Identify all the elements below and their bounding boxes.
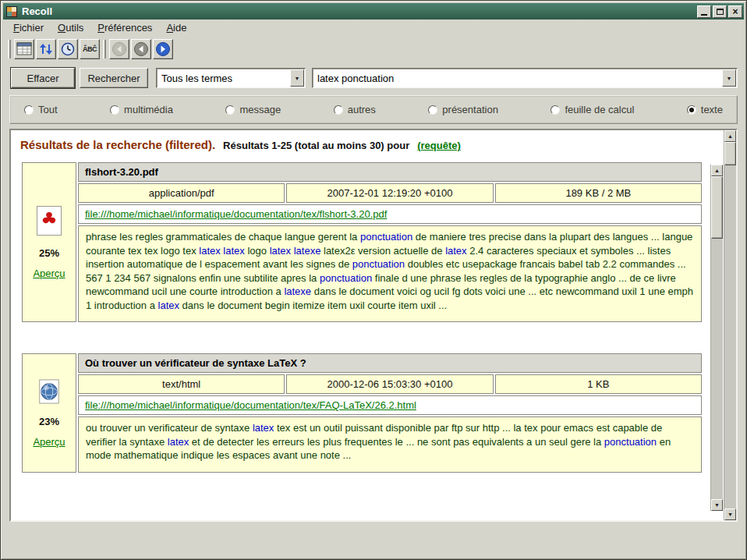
results-heading: Résultats de la recherche (filtered). [20, 138, 215, 151]
menu-item-preferences[interactable]: Préférences [90, 19, 159, 37]
result-abstract: ou trouver un verificateur de syntaxe la… [78, 416, 702, 473]
outer-scrollbar[interactable]: ▲ ▼ [724, 130, 736, 520]
preview-link[interactable]: Aperçu [33, 268, 65, 279]
inner-scrollbar[interactable]: ▲ ▼ [710, 165, 723, 511]
abstract-text: latex2ε version actuelle de [320, 245, 445, 257]
results-frame: Résultats de la recherche (filtered). Ré… [9, 129, 738, 522]
abstract-highlight-term: ponctuation [320, 272, 372, 284]
chevron-down-icon[interactable]: ▼ [290, 69, 304, 87]
filter-radio-feuille-de-calcul[interactable]: feuille de calcul [551, 104, 634, 115]
result-item: 25% Aperçu flshort-3.20.pdf application/… [22, 162, 702, 322]
result-size: 1 KB [495, 374, 702, 394]
scroll-up-icon: ▲ [714, 168, 720, 173]
filter-radio-tout[interactable]: Tout [24, 104, 58, 115]
menu-item-fichier[interactable]: Fichier [6, 19, 51, 37]
result-info-row: text/html 2000-12-06 15:03:30 +0100 1 KB [78, 374, 702, 394]
prev-page-button[interactable] [131, 39, 151, 59]
filter-label: Tout [38, 104, 58, 115]
radio-icon [428, 105, 437, 115]
result-date: 2000-12-06 15:03:30 +0100 [286, 374, 493, 394]
scroll-up-button[interactable]: ▲ [724, 130, 736, 142]
abstract-highlight-term: latex [253, 422, 274, 434]
maximize-button[interactable] [713, 5, 727, 18]
filter-label: autres [348, 104, 376, 115]
result-url-row: file:///home/michael/informatique/docume… [78, 204, 702, 224]
result-side-panel: 23% Aperçu [22, 353, 76, 473]
search-mode-select[interactable]: Tous les termes ▼ [156, 68, 306, 88]
query-details-button[interactable] [14, 39, 34, 59]
result-url-link[interactable]: file:///home/michael/informatique/docume… [85, 208, 387, 220]
abstract-highlight-term: latex [158, 299, 179, 311]
query-details-link[interactable]: (requête) [417, 140, 461, 151]
query-combo: ▼ [312, 68, 738, 88]
abstract-text: logo [245, 245, 270, 257]
pdf-file-icon [36, 205, 62, 236]
results-list: 25% Aperçu flshort-3.20.pdf application/… [19, 162, 705, 473]
file-type-icon [36, 205, 62, 239]
radio-icon [334, 105, 343, 115]
clear-button[interactable]: Effacer [11, 68, 75, 88]
recoll-logo-icon [6, 6, 17, 17]
results-stats: Résultats 1-25 (total au moins 30) pour [223, 140, 409, 151]
radio-icon [551, 105, 560, 115]
search-button[interactable]: Rechercher [80, 68, 148, 88]
history-button[interactable] [58, 39, 78, 59]
relevance-percent: 25% [39, 247, 59, 259]
search-bar: Effacer Rechercher Tous les termes ▼ ▼ [9, 68, 738, 88]
menu-item-outils[interactable]: Outils [51, 19, 90, 37]
search-input[interactable] [313, 73, 737, 84]
filter-radio-message[interactable]: message [225, 104, 281, 115]
close-icon: × [732, 7, 738, 16]
result-abstract: phrase les regles grammaticales de chaqu… [78, 225, 702, 322]
window-title: Recoll [22, 5, 696, 17]
results-body: Résultats de la recherche (filtered). Ré… [11, 130, 706, 520]
toolbar-handle[interactable] [103, 40, 106, 58]
abstract-text: phrase les regles grammaticales de chaqu… [86, 231, 360, 243]
filter-radio-texte[interactable]: texte [687, 104, 723, 115]
abstract-highlight-term: latex latex [199, 245, 245, 257]
filter-radio-multimedia[interactable]: multimédia [110, 104, 173, 115]
scroll-up-button[interactable]: ▲ [711, 165, 723, 176]
scroll-down-button[interactable]: ▼ [724, 509, 736, 520]
radio-icon [24, 105, 34, 115]
filter-radio-presentation[interactable]: présentation [428, 104, 498, 115]
status-bar [3, 522, 744, 557]
minimize-button[interactable] [697, 5, 711, 18]
preview-link[interactable]: Aperçu [33, 436, 65, 448]
scroll-down-button[interactable]: ▼ [711, 499, 723, 511]
result-side-panel: 25% Aperçu [22, 162, 76, 322]
forward-arrow-icon [155, 41, 171, 57]
abstract-text: et de detecter les erreurs les plus freq… [189, 436, 604, 448]
toolbar-handle[interactable] [8, 40, 11, 58]
scroll-down-icon: ▼ [714, 502, 720, 508]
abstract-highlight-term: ponctuation [352, 258, 405, 270]
abstract-highlight-term: latex [168, 436, 189, 448]
minimize-icon [701, 14, 707, 16]
filter-label: présentation [442, 104, 498, 115]
next-page-button[interactable] [153, 39, 173, 59]
abstract-highlight-term: ponctuation [360, 231, 412, 243]
result-date: 2007-12-01 12:19:20 +0100 [286, 183, 493, 203]
table-icon [16, 42, 32, 56]
first-page-button[interactable] [109, 39, 129, 59]
filter-radio-autres[interactable]: autres [334, 104, 376, 115]
maximize-icon [717, 9, 724, 15]
result-title: flshort-3.20.pdf [78, 162, 702, 182]
radio-icon [110, 105, 119, 115]
menu-item-aide[interactable]: Aide [159, 19, 193, 37]
filter-bar: Toutmultimédiamessageautresprésentationf… [9, 95, 738, 124]
title-bar[interactable]: Recoll × [3, 3, 744, 19]
result-url-link[interactable]: file:///home/michael/informatique/docume… [85, 399, 416, 411]
result-main: flshort-3.20.pdf application/pdf 2007-12… [78, 162, 702, 322]
abstract-highlight-term: latex latexe [270, 245, 321, 257]
menu-bar: FichierOutilsPréférencesAide [3, 19, 744, 37]
abstract-highlight-term: latex [445, 245, 466, 257]
close-button[interactable]: × [728, 5, 742, 18]
chevron-down-icon[interactable]: ▼ [722, 69, 736, 87]
term-explorer-button[interactable]: ÂBĈ [80, 39, 100, 59]
radio-icon [225, 105, 235, 115]
scrollbar-thumb[interactable] [711, 176, 723, 239]
scrollbar-thumb[interactable] [724, 142, 736, 165]
sort-button[interactable] [36, 39, 56, 59]
abstract-text: dans le document begin itemize item uxil… [179, 299, 447, 311]
